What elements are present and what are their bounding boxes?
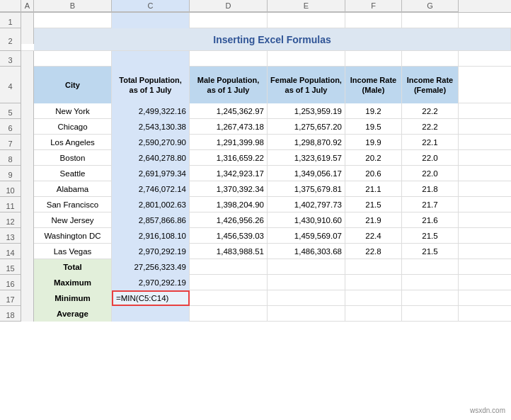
- cell-male: 1,267,473.18: [190, 119, 268, 135]
- avg-label: Average: [34, 306, 112, 322]
- cell-total: 2,640,278.80: [112, 150, 190, 166]
- col-header-f: F: [345, 0, 402, 12]
- table-row: 7 Los Angeles 2,590,270.90 1,291,399.98 …: [0, 135, 511, 150]
- cell-inc-male: 21.5: [345, 197, 402, 212]
- row-1: 1: [0, 13, 511, 28]
- cell-total: 2,691,979.34: [112, 166, 190, 181]
- table-row: 14 Las Vegas 2,970,292.19 1,483,988.51 1…: [0, 244, 511, 259]
- table-row: 9 Seattle 2,691,979.34 1,342,923.17 1,34…: [0, 166, 511, 181]
- cell-inc-male: 21.9: [345, 212, 402, 228]
- cell-female: 1,459,569.07: [268, 228, 345, 244]
- col-headers: A B C D E F G: [0, 0, 511, 13]
- cell-male: 1,483,988.51: [190, 244, 268, 259]
- cell-female: 1,323,619.57: [268, 150, 345, 166]
- cell-total: 2,499,322.16: [112, 103, 190, 119]
- cell-inc-male: 19.5: [345, 119, 402, 135]
- cell-city: Alabama: [34, 181, 112, 197]
- table-row: 6 Chicago 2,543,130.38 1,267,473.18 1,27…: [0, 119, 511, 135]
- row-minimum: 17 Minimum =MIN(C5:C14): [0, 290, 511, 306]
- cell-total: 2,543,130.38: [112, 119, 190, 135]
- cell-female: 1,375,679.81: [268, 181, 345, 197]
- cell-inc-male: 21.1: [345, 181, 402, 197]
- cell-inc-male: 20.2: [345, 150, 402, 166]
- cell-inc-male: 19.9: [345, 135, 402, 150]
- cell-male: 1,291,399.98: [190, 135, 268, 150]
- cell-inc-female: 22.2: [402, 103, 459, 119]
- cell-female: 1,402,797.73: [268, 197, 345, 212]
- cell-city: Chicago: [34, 119, 112, 135]
- table-row: 12 New Jersey 2,857,866.86 1,426,956.26 …: [0, 212, 511, 228]
- total-value: 27,256,323.49: [112, 259, 190, 275]
- table-row: 8 Boston 2,640,278.80 1,316,659.22 1,323…: [0, 150, 511, 166]
- cell-female: 1,349,056.17: [268, 166, 345, 181]
- cell-female: 1,253,959.19: [268, 103, 345, 119]
- col-header-g: G: [402, 0, 459, 12]
- cell-inc-female: 21.6: [402, 212, 459, 228]
- header-male-pop: Male Population, as of 1 July: [190, 67, 268, 103]
- table-row: 11 San Francisco 2,801,002.63 1,398,204.…: [0, 197, 511, 212]
- cell-city: Boston: [34, 150, 112, 166]
- cell-total: 2,970,292.19: [112, 244, 190, 259]
- cell-male: 1,370,392.34: [190, 181, 268, 197]
- min-formula-cell[interactable]: =MIN(C5:C14): [112, 290, 190, 306]
- cell-total: 2,916,108.10: [112, 228, 190, 244]
- min-label: Minimum: [34, 290, 112, 306]
- table-row: 13 Washington DC 2,916,108.10 1,456,539.…: [0, 228, 511, 244]
- cell-male: 1,245,362.97: [190, 103, 268, 119]
- col-header-d: D: [190, 0, 268, 12]
- cell-total: 2,801,002.63: [112, 197, 190, 212]
- cell-city: San Francisco: [34, 197, 112, 212]
- col-header-e: E: [268, 0, 345, 12]
- cell-inc-female: 22.0: [402, 150, 459, 166]
- cell-inc-female: 21.7: [402, 197, 459, 212]
- watermark: wsxdn.com: [470, 407, 505, 414]
- cell-city: Washington DC: [34, 228, 112, 244]
- col-header-a: A: [21, 0, 34, 12]
- total-label: Total: [34, 259, 112, 275]
- cell-inc-male: 22.4: [345, 228, 402, 244]
- table-header-row: 4 City Total Population, as of 1 July Ma…: [0, 67, 511, 103]
- cell-city: Los Angeles: [34, 135, 112, 150]
- cell-male: 1,316,659.22: [190, 150, 268, 166]
- max-value: 2,970,292.19: [112, 275, 190, 290]
- max-label: Maximum: [34, 275, 112, 290]
- cell-city: New York: [34, 103, 112, 119]
- cell-city: New Jersey: [34, 212, 112, 228]
- spreadsheet: A B C D E F G 1 2 Inserting Excel Formul…: [0, 0, 511, 420]
- cell-inc-male: 22.8: [345, 244, 402, 259]
- col-header-c: C: [112, 0, 190, 12]
- cell-total: 2,746,072.14: [112, 181, 190, 197]
- cell-female: 1,298,870.92: [268, 135, 345, 150]
- cell-inc-female: 21.8: [402, 181, 459, 197]
- spreadsheet-title: Inserting Excel Formulas: [34, 28, 511, 50]
- title-row: 2 Inserting Excel Formulas: [0, 28, 511, 51]
- row-3: 3: [0, 51, 511, 67]
- cell-inc-male: 20.6: [345, 166, 402, 181]
- cell-city: Las Vegas: [34, 244, 112, 259]
- cell-inc-female: 22.0: [402, 166, 459, 181]
- corner-cell: [0, 0, 21, 12]
- col-header-b: B: [34, 0, 112, 12]
- cell-female: 1,486,303.68: [268, 244, 345, 259]
- header-income-female: Income Rate (Female): [402, 67, 459, 103]
- cell-inc-female: 21.5: [402, 228, 459, 244]
- cell-total: 2,590,270.90: [112, 135, 190, 150]
- row-average: 18 Average: [0, 306, 511, 322]
- data-rows: 5 New York 2,499,322.16 1,245,362.97 1,2…: [0, 103, 511, 259]
- cell-city: Seattle: [34, 166, 112, 181]
- app-window: A B C D E F G 1 2 Inserting Excel Formul…: [0, 0, 511, 420]
- header-city: City: [34, 67, 112, 103]
- cell-male: 1,342,923.17: [190, 166, 268, 181]
- cell-female: 1,430,910.60: [268, 212, 345, 228]
- cell-female: 1,275,657.20: [268, 119, 345, 135]
- cell-male: 1,398,204.90: [190, 197, 268, 212]
- table-row: 10 Alabama 2,746,072.14 1,370,392.34 1,3…: [0, 181, 511, 197]
- cell-male: 1,426,956.26: [190, 212, 268, 228]
- cell-inc-female: 22.1: [402, 135, 459, 150]
- row-total: 15 Total 27,256,323.49: [0, 259, 511, 275]
- header-female-pop: Female Population, as of 1 July: [268, 67, 345, 103]
- table-row: 5 New York 2,499,322.16 1,245,362.97 1,2…: [0, 103, 511, 119]
- header-total-pop: Total Population, as of 1 July: [112, 67, 190, 103]
- row-maximum: 16 Maximum 2,970,292.19: [0, 275, 511, 290]
- cell-inc-male: 19.2: [345, 103, 402, 119]
